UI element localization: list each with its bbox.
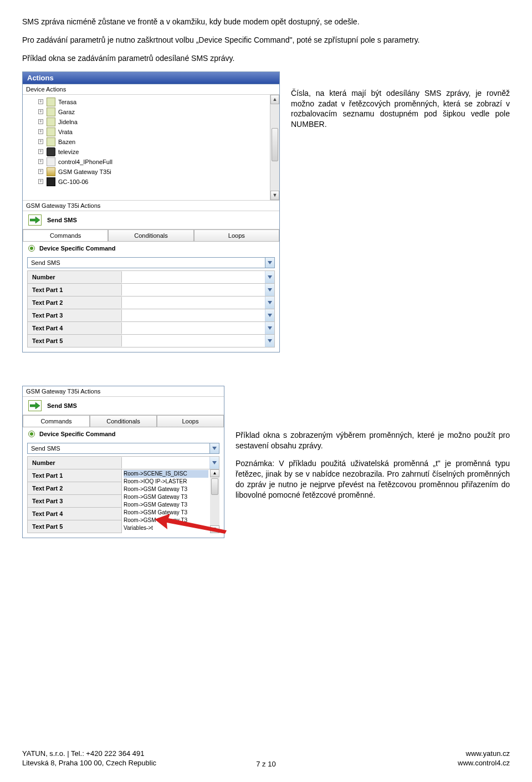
tree-item[interactable]: +Garaz	[24, 107, 278, 117]
scroll-down-icon[interactable]: ▼	[270, 191, 279, 200]
list-item[interactable]: Room->GSM Gateway T3	[124, 485, 208, 493]
tree-item[interactable]: +Bazen	[24, 137, 278, 147]
device-actions-label: Device Actions	[23, 84, 279, 95]
tree-item-label: Terasa	[58, 99, 76, 105]
chevron-down-icon[interactable]	[265, 322, 274, 334]
tree-item[interactable]: +control4_IPhoneFull	[24, 157, 278, 167]
param-label: Text Part 3	[28, 310, 122, 321]
tree-item-label: televize	[58, 149, 79, 155]
radio-selected-icon	[28, 245, 35, 252]
device-icon	[47, 98, 55, 106]
param-row: Number	[27, 456, 219, 469]
chevron-down-icon[interactable]	[265, 335, 274, 347]
param-input[interactable]	[122, 271, 274, 283]
tree-item-label: control4_IPhoneFull	[58, 159, 112, 165]
expand-icon[interactable]: +	[38, 149, 43, 154]
combo-value: Send SMS	[27, 443, 210, 454]
tab-commands[interactable]: Commands	[23, 229, 108, 241]
send-sms-label: Send SMS	[47, 217, 77, 223]
scroll-thumb[interactable]	[272, 128, 278, 161]
tree-item[interactable]: +Terasa	[24, 97, 278, 107]
tree-item-label: Vrata	[58, 129, 73, 135]
send-sms-action[interactable]: Send SMS	[23, 211, 279, 229]
list-item[interactable]: Room->GSM Gateway T3	[124, 517, 208, 524]
param-label: Number	[28, 457, 122, 468]
variable-listbox[interactable]: Room->SCENE_IS_DISCRoom->IOQ IP->LASTERR…	[121, 469, 219, 533]
scroll-up-icon[interactable]: ▲	[210, 469, 219, 477]
param-input[interactable]	[122, 309, 274, 321]
list-item[interactable]: Room->GSM Gateway T3	[124, 493, 208, 501]
param-label: Text Part 3	[28, 495, 122, 507]
intro-paragraph-2: Pro zadávání parametrů je nutno zaškrtno…	[22, 35, 510, 45]
send-sms-action-2[interactable]: Send SMS	[23, 397, 224, 415]
command-combo[interactable]: Send SMS	[27, 257, 275, 268]
chevron-down-icon[interactable]	[265, 271, 274, 283]
actions-panel-1: Actions Device Actions +Terasa+Garaz+Jid…	[22, 71, 280, 352]
expand-icon[interactable]: +	[38, 109, 43, 114]
device-icon	[47, 167, 55, 176]
device-icon	[47, 117, 55, 126]
gsm-actions-label-2: GSM Gateway T35i Actions	[23, 386, 224, 397]
param-input[interactable]	[122, 284, 274, 296]
tab-commands[interactable]: Commands	[23, 415, 90, 427]
param-input[interactable]	[122, 457, 219, 469]
scroll-up-icon[interactable]: ▲	[270, 95, 279, 104]
list-item[interactable]: Room->GSM Gateway T3	[124, 501, 208, 509]
expand-icon[interactable]: +	[38, 169, 43, 174]
expand-icon[interactable]: +	[38, 159, 43, 164]
device-icon	[47, 157, 55, 166]
tabs-2: Commands Conditionals Loops	[23, 415, 224, 427]
expand-icon[interactable]: +	[38, 179, 43, 184]
tree-item-label: Jidelna	[58, 119, 78, 125]
gsm-actions-label: GSM Gateway T35i Actions	[23, 200, 279, 211]
expand-icon[interactable]: +	[38, 99, 43, 104]
tree-item-label: Garaz	[58, 109, 75, 115]
expand-icon[interactable]: +	[38, 129, 43, 134]
tree-scrollbar[interactable]: ▲ ▼	[270, 95, 279, 200]
chevron-down-icon[interactable]	[265, 284, 274, 296]
combo-value: Send SMS	[27, 257, 265, 268]
expand-icon[interactable]: +	[38, 119, 43, 124]
list-item[interactable]: Variables->t	[124, 524, 208, 532]
param-label: Text Part 4	[28, 323, 122, 334]
chevron-down-icon[interactable]	[265, 257, 275, 268]
chevron-down-icon[interactable]	[210, 443, 219, 454]
side-text-1: Čísla, na která mají být odesílány SMS z…	[291, 71, 510, 138]
list-item[interactable]: Room->GSM Gateway T3	[124, 509, 208, 517]
list-item[interactable]: Room->SCENE_IS_DISC	[124, 470, 208, 478]
tab-loops[interactable]: Loops	[194, 229, 279, 241]
intro-paragraph-3: Příklad okna se zadáváním parametrů odes…	[22, 53, 510, 64]
tree-item[interactable]: +televize	[24, 147, 278, 157]
tree-item-label: GC-100-06	[58, 178, 88, 185]
tabs: Commands Conditionals Loops	[23, 229, 279, 242]
device-specific-radio[interactable]: Device Specific Command	[23, 242, 279, 255]
device-specific-radio-2[interactable]: Device Specific Command	[23, 427, 224, 441]
param-input[interactable]	[122, 335, 274, 347]
list-item[interactable]: Room->IOQ IP->LASTER	[124, 478, 208, 485]
radio-label: Device Specific Command	[39, 431, 116, 437]
tab-loops[interactable]: Loops	[157, 415, 224, 427]
expand-icon[interactable]: +	[38, 139, 43, 144]
param-input[interactable]	[122, 322, 274, 334]
param-row: Text Part 3	[27, 309, 275, 322]
send-sms-label: Send SMS	[47, 402, 77, 409]
chevron-down-icon[interactable]	[209, 457, 219, 469]
panel-header: Actions	[23, 72, 279, 84]
intro-paragraph-1: SMS zpráva nicméně zůstane ve frontě a v…	[22, 17, 510, 27]
scroll-thumb[interactable]	[211, 478, 218, 495]
tab-conditionals[interactable]: Conditionals	[108, 229, 193, 241]
tree-item[interactable]: +Jidelna	[24, 117, 278, 127]
tree-item[interactable]: +Vrata	[24, 127, 278, 137]
tree-item[interactable]: +GSM Gateway T35i	[24, 167, 278, 177]
tree-item[interactable]: +GC-100-06	[24, 177, 278, 187]
param-label: Text Part 1	[28, 284, 122, 295]
chevron-down-icon[interactable]	[265, 309, 274, 321]
chevron-down-icon[interactable]	[265, 297, 274, 309]
radio-selected-icon	[28, 431, 35, 437]
device-icon	[47, 147, 55, 156]
scroll-down-icon[interactable]: ▼	[210, 525, 219, 533]
listbox-scrollbar[interactable]: ▲▼	[210, 469, 219, 533]
tab-conditionals[interactable]: Conditionals	[90, 415, 157, 427]
command-combo-2[interactable]: Send SMS	[27, 443, 219, 454]
param-input[interactable]	[122, 297, 274, 309]
